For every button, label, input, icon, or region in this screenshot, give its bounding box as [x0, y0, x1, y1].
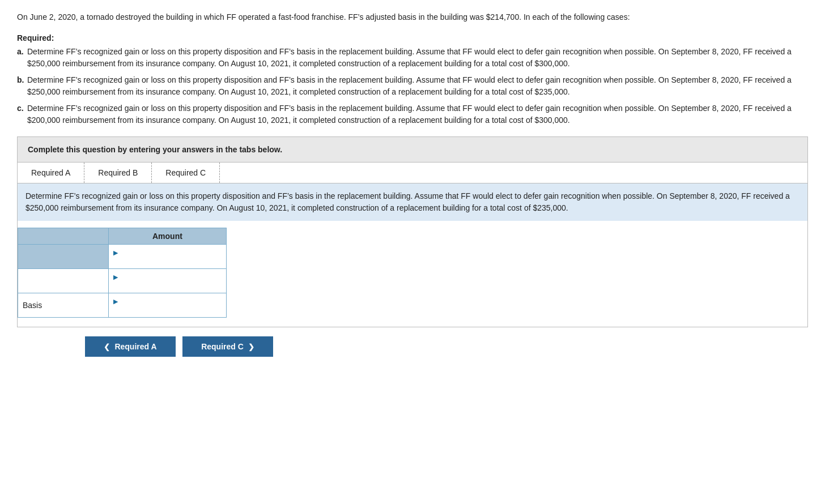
table-label-header	[18, 228, 109, 245]
list-text-a: Determine FF’s recognized gain or loss o…	[27, 46, 808, 70]
next-arrow-icon	[248, 342, 254, 351]
list-letter-a: a.	[17, 46, 27, 70]
prev-button-label: Required A	[114, 342, 156, 351]
table-row1-input[interactable]	[109, 245, 227, 269]
table-amount-header: Amount	[109, 228, 227, 245]
instruction-text: Complete this question by entering your …	[28, 145, 282, 154]
table-row1-field[interactable]	[113, 257, 222, 266]
answer-table-wrapper: Amount Basis	[18, 221, 807, 327]
nav-buttons: Required A Required C	[17, 336, 808, 357]
tab-required-a[interactable]: Required A	[18, 163, 84, 183]
table-row2-field[interactable]	[113, 281, 222, 290]
list-item-b: b. Determine FF’s recognized gain or los…	[17, 74, 808, 98]
intro-text: On June 2, 2020, a tornado destroyed the…	[17, 11, 808, 23]
list-text-c: Determine FF’s recognized gain or loss o…	[27, 102, 808, 126]
table-basis-label: Basis	[18, 293, 109, 318]
table-row2-input[interactable]	[109, 269, 227, 293]
tab-required-b[interactable]: Required B	[84, 163, 152, 183]
required-label: Required:	[17, 33, 808, 42]
tab-content-text: Determine FF’s recognized gain or loss o…	[18, 183, 807, 221]
table-row-2	[18, 269, 227, 293]
table-row-1	[18, 245, 227, 269]
required-section: Required: a. Determine FF’s recognized g…	[17, 33, 808, 126]
instruction-box: Complete this question by entering your …	[17, 136, 808, 163]
list-item-c: c. Determine FF’s recognized gain or los…	[17, 102, 808, 126]
table-row-basis: Basis	[18, 293, 227, 318]
table-basis-input[interactable]	[109, 293, 227, 318]
table-row2-label	[18, 269, 109, 293]
list-item-a: a. Determine FF’s recognized gain or los…	[17, 46, 808, 70]
table-basis-field[interactable]	[113, 305, 222, 314]
next-button[interactable]: Required C	[182, 336, 273, 357]
answer-table: Amount Basis	[18, 228, 227, 318]
tabs-container: Required A Required B Required C Determi…	[17, 163, 808, 327]
prev-arrow-icon	[104, 342, 110, 351]
list-text-b: Determine FF’s recognized gain or loss o…	[27, 74, 808, 98]
list-letter-b: b.	[17, 74, 27, 98]
list-letter-c: c.	[17, 102, 27, 126]
required-list: a. Determine FF’s recognized gain or los…	[17, 46, 808, 126]
next-button-label: Required C	[201, 342, 244, 351]
prev-button[interactable]: Required A	[85, 336, 176, 357]
tabs-row: Required A Required B Required C	[18, 163, 807, 183]
tab-required-c[interactable]: Required C	[152, 163, 220, 183]
table-row1-label	[18, 245, 109, 269]
